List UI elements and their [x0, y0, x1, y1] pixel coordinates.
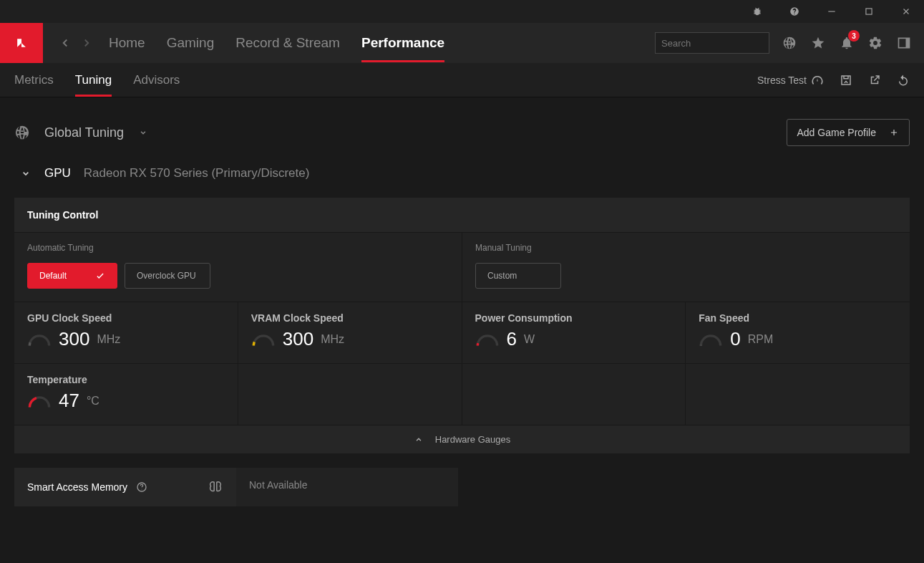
dock-icon[interactable] [893, 32, 915, 54]
export-icon[interactable] [868, 74, 881, 87]
gauge-value: 300 [283, 328, 313, 350]
gauge-value: 300 [59, 328, 89, 350]
maximize-button[interactable] [857, 2, 881, 21]
sam-value: Not Available [236, 468, 458, 506]
gauge-title: GPU Clock Speed [27, 312, 225, 324]
custom-preset-button[interactable]: Custom [475, 263, 561, 289]
default-label: Default [39, 271, 67, 281]
titlebar [0, 0, 924, 23]
gauge-unit: MHz [97, 333, 120, 346]
overclock-label: Overclock GPU [137, 271, 196, 281]
gauge-unit: °C [87, 395, 99, 408]
automatic-tuning-section: Automatic Tuning Default Overclock GPU [14, 233, 462, 302]
amd-logo[interactable] [0, 23, 43, 63]
chevron-up-icon [414, 435, 424, 445]
tab-gaming[interactable]: Gaming [167, 25, 215, 61]
stress-test-label: Stress Test [757, 74, 807, 86]
chevron-down-icon [138, 127, 148, 138]
save-profile-icon[interactable] [840, 74, 852, 87]
bookmarks-icon[interactable] [807, 32, 830, 54]
sam-label: Smart Access Memory [27, 481, 127, 493]
gauge-title: Temperature [27, 374, 225, 385]
smart-access-memory-row: Smart Access Memory Not Available [14, 468, 910, 506]
gauge-arc-icon [27, 332, 52, 347]
auto-tuning-label: Automatic Tuning [27, 243, 449, 253]
add-game-profile-button[interactable]: Add Game Profile [787, 119, 910, 146]
gauge-title: Power Consumption [475, 312, 673, 324]
add-profile-label: Add Game Profile [797, 127, 877, 138]
back-button[interactable] [59, 37, 72, 49]
overclock-gpu-button[interactable]: Overclock GPU [125, 263, 210, 289]
sub-header: Metrics Tuning Advisors Stress Test [0, 63, 924, 97]
tab-performance[interactable]: Performance [361, 25, 444, 61]
gauge-value: 0 [730, 328, 740, 350]
gauge-title: Fan Speed [699, 312, 897, 324]
gauge-cell [238, 364, 462, 425]
gpu-name: Radeon RX 570 Series (Primary/Discrete) [84, 166, 310, 181]
minimize-button[interactable] [820, 2, 844, 21]
memory-icon [208, 479, 223, 495]
tab-record[interactable]: Record & Stream [235, 25, 340, 61]
gpu-section-header[interactable]: GPU Radeon RX 570 Series (Primary/Discre… [14, 166, 910, 181]
web-icon[interactable] [778, 32, 801, 54]
subtab-metrics[interactable]: Metrics [14, 64, 54, 96]
stress-test-button[interactable]: Stress Test [757, 74, 824, 87]
gauge-cell: Fan Speed 0 RPM [686, 302, 910, 364]
gauge-arc-icon [475, 332, 500, 347]
tab-home[interactable]: Home [109, 25, 145, 61]
gauge-unit: RPM [748, 333, 774, 346]
settings-icon[interactable] [864, 32, 887, 54]
svg-rect-0 [828, 11, 835, 11]
bug-icon[interactable] [745, 2, 769, 21]
gauge-arc-icon [251, 332, 276, 347]
gauge-title: VRAM Clock Speed [251, 312, 449, 324]
gauge-cell [462, 364, 686, 425]
gauge-arc-icon [27, 393, 52, 409]
gauges-footer-label: Hardware Gauges [435, 434, 511, 445]
gauges-grid: GPU Clock Speed 300 MHz VRAM Clock Speed… [14, 302, 910, 425]
subtab-advisors[interactable]: Advisors [133, 64, 180, 96]
hardware-gauges-toggle[interactable]: Hardware Gauges [14, 425, 910, 453]
gauge-icon [811, 74, 824, 87]
help-icon[interactable] [782, 2, 807, 21]
main-header: Home Gaming Record & Stream Performance … [0, 23, 924, 63]
gauge-cell: GPU Clock Speed 300 MHz [14, 302, 238, 364]
default-preset-button[interactable]: Default [27, 263, 117, 289]
forward-button[interactable] [80, 37, 93, 49]
gauge-unit: W [524, 333, 535, 346]
content-area: Global Tuning Add Game Profile GPU Radeo… [0, 97, 924, 528]
gauge-cell [686, 364, 910, 425]
gauge-unit: MHz [321, 333, 344, 346]
svg-rect-1 [866, 9, 872, 14]
tuning-scope-selector[interactable]: Global Tuning [14, 125, 148, 140]
subtab-tuning[interactable]: Tuning [75, 64, 112, 96]
svg-rect-4 [842, 76, 850, 85]
tuning-control-panel: Tuning Control Automatic Tuning Default … [14, 198, 910, 453]
check-icon [95, 271, 105, 281]
custom-label: Custom [487, 271, 517, 281]
search-box[interactable] [655, 32, 769, 54]
plus-icon [889, 127, 899, 138]
close-button[interactable] [894, 2, 918, 21]
gpu-label: GPU [44, 166, 71, 181]
gauge-cell: Power Consumption 6 W [462, 302, 686, 364]
notifications-icon[interactable]: 3 [835, 32, 858, 54]
gauge-value: 47 [59, 390, 79, 412]
notification-badge: 3 [848, 30, 860, 42]
reset-icon[interactable] [897, 74, 910, 87]
svg-rect-3 [906, 38, 910, 47]
search-input[interactable] [661, 38, 782, 49]
tuning-scope-label: Global Tuning [44, 125, 124, 140]
manual-tuning-label: Manual Tuning [475, 243, 897, 253]
panel-title: Tuning Control [14, 198, 910, 233]
gauge-arc-icon [699, 332, 723, 347]
manual-tuning-section: Manual Tuning Custom [462, 233, 910, 302]
help-icon[interactable] [136, 481, 147, 493]
gauge-value: 6 [507, 328, 517, 350]
globe-icon [14, 125, 30, 140]
gauge-cell: VRAM Clock Speed 300 MHz [238, 302, 462, 364]
gauge-cell: Temperature 47 °C [14, 364, 238, 425]
chevron-down-icon [20, 168, 31, 179]
